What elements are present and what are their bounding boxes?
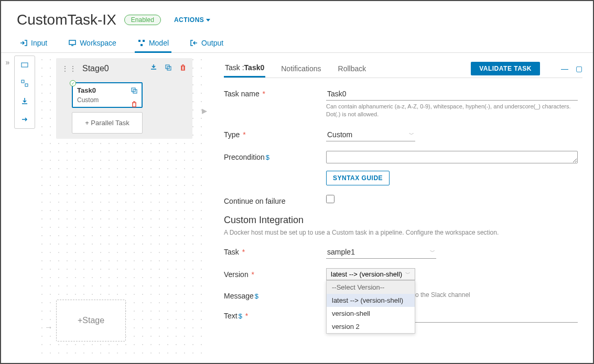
- stage-card[interactable]: ⋮⋮ Stage0 Task0 Custom + Parallel Task ▸: [56, 58, 192, 139]
- main-area: » ⋮⋮ Stage0 Task0 Custom: [1, 53, 593, 357]
- message-label: Message$: [224, 290, 326, 300]
- panel-tab-task[interactable]: Task :Task0: [224, 59, 265, 78]
- stage-name: Stage0: [82, 64, 144, 73]
- pipeline-canvas[interactable]: ⋮⋮ Stage0 Task0 Custom + Parallel Task ▸: [35, 53, 208, 357]
- task-card[interactable]: Task0 Custom: [72, 82, 143, 108]
- output-icon: [190, 39, 198, 47]
- task-details-panel: Task :Task0 Notifications Rollback VALID…: [208, 53, 593, 357]
- canvas-toolbar: [14, 56, 35, 129]
- custom-integration-heading: Custom Integration: [224, 215, 582, 226]
- chevron-down-icon: ﹀: [405, 270, 411, 278]
- task-title: Task0: [77, 86, 137, 94]
- task-name-hint: Can contain alphanumeric (a-z, A-Z, 0-9)…: [326, 103, 582, 119]
- add-stage-arrow-icon: →: [45, 323, 53, 332]
- stage-arrow-icon: ▸: [202, 104, 207, 117]
- add-parallel-task-button[interactable]: + Parallel Task: [72, 112, 143, 134]
- panel-tab-notifications[interactable]: Notifications: [280, 60, 322, 77]
- task-form: Task name * Can contain alphanumeric (a-…: [224, 78, 582, 323]
- type-select[interactable]: Custom ﹀: [326, 128, 415, 141]
- page-header: CustomTask-IX Enabled ACTIONS: [1, 1, 593, 34]
- maximize-icon[interactable]: ▢: [576, 64, 582, 73]
- syntax-guide-button[interactable]: SYNTAX GUIDE: [326, 171, 390, 185]
- layout-icon[interactable]: [19, 79, 30, 89]
- task-select-label: Task *: [224, 246, 326, 259]
- chevron-down-icon: ﹀: [430, 248, 435, 256]
- workspace-icon: [68, 39, 77, 47]
- continue-on-failure-checkbox[interactable]: [326, 195, 334, 203]
- model-icon: [137, 39, 146, 47]
- minimize-icon[interactable]: —: [561, 64, 568, 73]
- task-delete-icon[interactable]: [130, 100, 138, 111]
- svg-rect-2: [143, 40, 145, 42]
- panel-tabs: Task :Task0 Notifications Rollback VALID…: [224, 59, 582, 78]
- svg-rect-4: [21, 63, 28, 67]
- precondition-label: Precondition$: [224, 151, 326, 185]
- tab-output[interactable]: Output: [187, 34, 226, 52]
- precondition-input[interactable]: [326, 151, 578, 163]
- tab-input[interactable]: Input: [17, 34, 50, 52]
- version-option[interactable]: latest --> (version-shell): [327, 294, 415, 307]
- svg-rect-6: [25, 84, 28, 86]
- text-label: Text$ *: [224, 310, 326, 323]
- svg-rect-0: [69, 40, 75, 45]
- collapse-gutter[interactable]: »: [1, 53, 14, 357]
- task-status-icon: [70, 80, 76, 86]
- task-subtitle: Custom: [77, 96, 137, 104]
- stage-header: ⋮⋮ Stage0: [61, 63, 187, 78]
- version-option[interactable]: version 2: [327, 320, 415, 333]
- arrow-right-icon[interactable]: [19, 115, 30, 125]
- svg-rect-1: [138, 40, 141, 42]
- version-dropdown: --Select Version-- latest --> (version-s…: [326, 280, 415, 334]
- chevron-down-icon: [206, 19, 210, 21]
- task-copy-icon[interactable]: [130, 86, 138, 97]
- actions-dropdown[interactable]: ACTIONS: [174, 16, 211, 24]
- version-select[interactable]: latest --> (version-shell) ﹀: [326, 268, 415, 280]
- validate-task-button[interactable]: VALIDATE TASK: [471, 62, 540, 75]
- continue-label: Continue on failure: [224, 195, 326, 205]
- task-select[interactable]: sample1 ﹀: [326, 246, 436, 259]
- add-stage-button[interactable]: +Stage: [56, 300, 126, 341]
- download-icon[interactable]: [19, 96, 30, 106]
- drag-handle-icon[interactable]: ⋮⋮: [61, 64, 77, 73]
- tab-model[interactable]: Model: [135, 34, 171, 52]
- page-title: CustomTask-IX: [17, 12, 116, 28]
- input-icon: [19, 39, 28, 47]
- version-option-header: --Select Version--: [327, 281, 415, 294]
- version-option[interactable]: version-shell: [327, 307, 415, 320]
- svg-rect-3: [141, 44, 143, 46]
- fit-icon[interactable]: [19, 60, 30, 70]
- task-name-label: Task name *: [224, 87, 326, 119]
- task-name-input[interactable]: [326, 87, 578, 101]
- chevron-down-icon: ﹀: [409, 131, 414, 138]
- status-badge: Enabled: [124, 15, 161, 25]
- version-label: Version *: [224, 268, 326, 280]
- stage-delete-icon[interactable]: [179, 63, 187, 74]
- type-label: Type *: [224, 128, 326, 141]
- custom-integration-subtext: A Docker host must be set up to use a Cu…: [224, 229, 582, 236]
- stage-import-icon[interactable]: [149, 63, 158, 74]
- svg-rect-5: [21, 80, 24, 83]
- message-hint: o the Slack channel: [415, 291, 470, 299]
- stage-copy-icon[interactable]: [164, 63, 172, 74]
- main-tabs: Input Workspace Model Output: [1, 34, 593, 53]
- tab-workspace[interactable]: Workspace: [66, 34, 119, 52]
- panel-tab-rollback[interactable]: Rollback: [337, 60, 368, 77]
